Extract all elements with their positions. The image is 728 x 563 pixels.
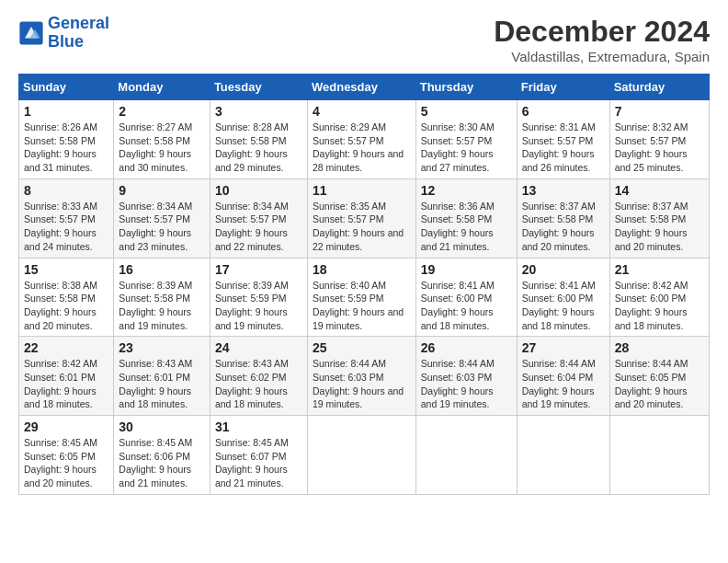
day-info: Sunrise: 8:37 AM Sunset: 5:58 PM Dayligh… bbox=[615, 200, 704, 254]
calendar-day-cell: 19Sunrise: 8:41 AM Sunset: 6:00 PM Dayli… bbox=[415, 258, 517, 337]
day-info: Sunrise: 8:39 AM Sunset: 5:58 PM Dayligh… bbox=[119, 279, 205, 333]
weekday-header-cell: Saturday bbox=[609, 75, 709, 100]
calendar-day-cell: 31Sunrise: 8:45 AM Sunset: 6:07 PM Dayli… bbox=[210, 416, 307, 495]
day-info: Sunrise: 8:43 AM Sunset: 6:01 PM Dayligh… bbox=[119, 357, 205, 411]
calendar-day-cell: 7Sunrise: 8:32 AM Sunset: 5:57 PM Daylig… bbox=[609, 100, 709, 179]
calendar-day-cell: 2Sunrise: 8:27 AM Sunset: 5:58 PM Daylig… bbox=[114, 100, 210, 179]
calendar-day-cell: 14Sunrise: 8:37 AM Sunset: 5:58 PM Dayli… bbox=[609, 178, 709, 258]
day-info: Sunrise: 8:41 AM Sunset: 6:00 PM Dayligh… bbox=[421, 279, 512, 333]
day-number: 15 bbox=[24, 262, 108, 277]
day-number: 12 bbox=[421, 183, 512, 198]
logo-icon bbox=[18, 20, 44, 46]
calendar-body: 1Sunrise: 8:26 AM Sunset: 5:58 PM Daylig… bbox=[19, 100, 710, 495]
day-info: Sunrise: 8:45 AM Sunset: 6:06 PM Dayligh… bbox=[119, 436, 205, 490]
day-number: 17 bbox=[215, 262, 302, 277]
calendar-day-cell bbox=[307, 416, 415, 495]
calendar-day-cell: 13Sunrise: 8:37 AM Sunset: 5:58 PM Dayli… bbox=[517, 178, 609, 258]
calendar-day-cell: 25Sunrise: 8:44 AM Sunset: 6:03 PM Dayli… bbox=[307, 337, 415, 416]
logo: General Blue bbox=[18, 15, 109, 52]
day-number: 10 bbox=[215, 183, 302, 198]
logo-text: General Blue bbox=[48, 15, 109, 52]
calendar-day-cell: 15Sunrise: 8:38 AM Sunset: 5:58 PM Dayli… bbox=[19, 258, 114, 337]
page-header: General Blue December 2024 Valdastillas,… bbox=[18, 15, 710, 64]
day-number: 24 bbox=[215, 340, 302, 355]
day-number: 7 bbox=[615, 104, 704, 119]
day-number: 3 bbox=[215, 104, 302, 119]
calendar-table: SundayMondayTuesdayWednesdayThursdayFrid… bbox=[18, 74, 710, 495]
calendar-day-cell: 28Sunrise: 8:44 AM Sunset: 6:05 PM Dayli… bbox=[609, 337, 709, 416]
calendar-day-cell: 5Sunrise: 8:30 AM Sunset: 5:57 PM Daylig… bbox=[415, 100, 517, 179]
day-info: Sunrise: 8:42 AM Sunset: 6:01 PM Dayligh… bbox=[24, 357, 108, 411]
calendar-day-cell bbox=[415, 416, 517, 495]
day-number: 20 bbox=[522, 262, 605, 277]
day-number: 25 bbox=[313, 340, 411, 355]
calendar-day-cell: 1Sunrise: 8:26 AM Sunset: 5:58 PM Daylig… bbox=[19, 100, 114, 179]
calendar-day-cell: 10Sunrise: 8:34 AM Sunset: 5:57 PM Dayli… bbox=[210, 178, 307, 258]
day-number: 8 bbox=[24, 183, 108, 198]
day-info: Sunrise: 8:33 AM Sunset: 5:57 PM Dayligh… bbox=[24, 200, 108, 254]
day-number: 29 bbox=[24, 419, 108, 434]
calendar-day-cell: 11Sunrise: 8:35 AM Sunset: 5:57 PM Dayli… bbox=[307, 178, 415, 258]
weekday-header-row: SundayMondayTuesdayWednesdayThursdayFrid… bbox=[19, 75, 710, 100]
day-number: 14 bbox=[615, 183, 704, 198]
logo-line2: Blue bbox=[48, 32, 84, 51]
calendar-week-row: 1Sunrise: 8:26 AM Sunset: 5:58 PM Daylig… bbox=[19, 100, 710, 179]
calendar-day-cell: 30Sunrise: 8:45 AM Sunset: 6:06 PM Dayli… bbox=[114, 416, 210, 495]
day-number: 18 bbox=[313, 262, 411, 277]
day-info: Sunrise: 8:45 AM Sunset: 6:07 PM Dayligh… bbox=[215, 436, 302, 490]
day-number: 1 bbox=[24, 104, 108, 119]
day-info: Sunrise: 8:44 AM Sunset: 6:05 PM Dayligh… bbox=[615, 357, 704, 411]
day-number: 28 bbox=[615, 340, 704, 355]
day-number: 6 bbox=[522, 104, 605, 119]
calendar-day-cell: 20Sunrise: 8:41 AM Sunset: 6:00 PM Dayli… bbox=[517, 258, 609, 337]
day-info: Sunrise: 8:34 AM Sunset: 5:57 PM Dayligh… bbox=[215, 200, 302, 254]
day-number: 2 bbox=[119, 104, 205, 119]
calendar-day-cell: 27Sunrise: 8:44 AM Sunset: 6:04 PM Dayli… bbox=[517, 337, 609, 416]
day-number: 27 bbox=[522, 340, 605, 355]
calendar-day-cell: 12Sunrise: 8:36 AM Sunset: 5:58 PM Dayli… bbox=[415, 178, 517, 258]
weekday-header-cell: Friday bbox=[517, 75, 609, 100]
day-number: 4 bbox=[313, 104, 411, 119]
calendar-week-row: 8Sunrise: 8:33 AM Sunset: 5:57 PM Daylig… bbox=[19, 178, 710, 258]
calendar-day-cell: 18Sunrise: 8:40 AM Sunset: 5:59 PM Dayli… bbox=[307, 258, 415, 337]
day-info: Sunrise: 8:44 AM Sunset: 6:04 PM Dayligh… bbox=[522, 357, 605, 411]
calendar-week-row: 29Sunrise: 8:45 AM Sunset: 6:05 PM Dayli… bbox=[19, 416, 710, 495]
day-number: 21 bbox=[615, 262, 704, 277]
day-info: Sunrise: 8:36 AM Sunset: 5:58 PM Dayligh… bbox=[421, 200, 512, 254]
day-info: Sunrise: 8:43 AM Sunset: 6:02 PM Dayligh… bbox=[215, 357, 302, 411]
day-number: 16 bbox=[119, 262, 205, 277]
day-info: Sunrise: 8:31 AM Sunset: 5:57 PM Dayligh… bbox=[522, 121, 605, 175]
day-info: Sunrise: 8:26 AM Sunset: 5:58 PM Dayligh… bbox=[24, 121, 108, 175]
weekday-header-cell: Wednesday bbox=[307, 75, 415, 100]
calendar-day-cell: 23Sunrise: 8:43 AM Sunset: 6:01 PM Dayli… bbox=[114, 337, 210, 416]
day-number: 9 bbox=[119, 183, 205, 198]
day-number: 23 bbox=[119, 340, 205, 355]
calendar-day-cell: 6Sunrise: 8:31 AM Sunset: 5:57 PM Daylig… bbox=[517, 100, 609, 179]
title-area: December 2024 Valdastillas, Extremadura,… bbox=[494, 15, 710, 64]
calendar-week-row: 22Sunrise: 8:42 AM Sunset: 6:01 PM Dayli… bbox=[19, 337, 710, 416]
logo-line1: General bbox=[48, 14, 109, 32]
calendar-day-cell: 8Sunrise: 8:33 AM Sunset: 5:57 PM Daylig… bbox=[19, 178, 114, 258]
day-number: 19 bbox=[421, 262, 512, 277]
day-info: Sunrise: 8:44 AM Sunset: 6:03 PM Dayligh… bbox=[421, 357, 512, 411]
day-number: 5 bbox=[421, 104, 512, 119]
calendar-day-cell: 21Sunrise: 8:42 AM Sunset: 6:00 PM Dayli… bbox=[609, 258, 709, 337]
day-number: 11 bbox=[313, 183, 411, 198]
calendar-day-cell: 22Sunrise: 8:42 AM Sunset: 6:01 PM Dayli… bbox=[19, 337, 114, 416]
calendar-day-cell: 3Sunrise: 8:28 AM Sunset: 5:58 PM Daylig… bbox=[210, 100, 307, 179]
weekday-header-cell: Monday bbox=[114, 75, 210, 100]
day-info: Sunrise: 8:37 AM Sunset: 5:58 PM Dayligh… bbox=[522, 200, 605, 254]
calendar-day-cell bbox=[609, 416, 709, 495]
day-info: Sunrise: 8:45 AM Sunset: 6:05 PM Dayligh… bbox=[24, 436, 108, 490]
weekday-header-cell: Thursday bbox=[415, 75, 517, 100]
calendar-day-cell: 4Sunrise: 8:29 AM Sunset: 5:57 PM Daylig… bbox=[307, 100, 415, 179]
day-info: Sunrise: 8:35 AM Sunset: 5:57 PM Dayligh… bbox=[313, 200, 411, 254]
day-info: Sunrise: 8:30 AM Sunset: 5:57 PM Dayligh… bbox=[421, 121, 512, 175]
day-number: 30 bbox=[119, 419, 205, 434]
day-info: Sunrise: 8:40 AM Sunset: 5:59 PM Dayligh… bbox=[313, 279, 411, 333]
day-info: Sunrise: 8:28 AM Sunset: 5:58 PM Dayligh… bbox=[215, 121, 302, 175]
month-title: December 2024 bbox=[494, 15, 710, 49]
day-info: Sunrise: 8:41 AM Sunset: 6:00 PM Dayligh… bbox=[522, 279, 605, 333]
day-info: Sunrise: 8:39 AM Sunset: 5:59 PM Dayligh… bbox=[215, 279, 302, 333]
day-info: Sunrise: 8:29 AM Sunset: 5:57 PM Dayligh… bbox=[313, 121, 411, 175]
